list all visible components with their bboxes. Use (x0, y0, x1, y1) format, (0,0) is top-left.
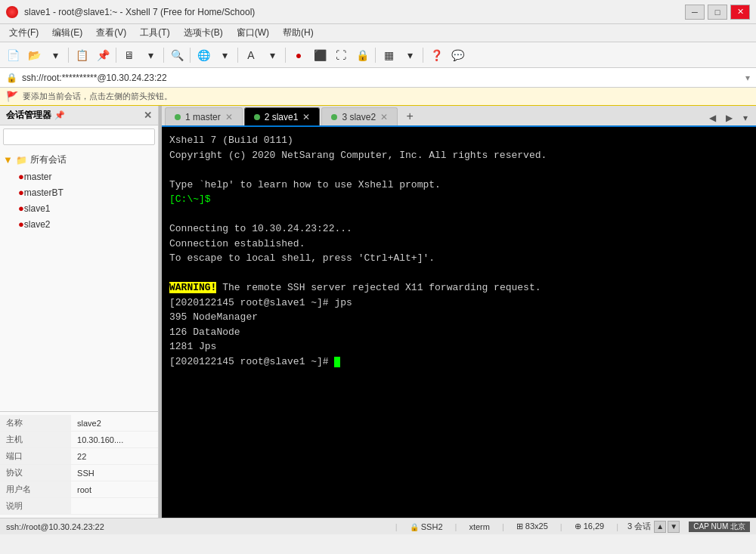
tab-2[interactable]: 2 slave1 ✕ (244, 107, 321, 125)
terminal-line: Connecting to 10.30.24.23:22... (169, 221, 748, 237)
ssh2-icon: 🔒 (410, 523, 419, 531)
toolbar-search[interactable]: 🔍 (167, 45, 187, 65)
minimize-button[interactable]: ─ (685, 5, 705, 20)
status-session-arrows: ▲ ▼ (654, 521, 680, 533)
close-button[interactable]: ✕ (730, 5, 750, 20)
menu-file[interactable]: 文件(F) (3, 25, 45, 41)
status-connection: ssh://root@10.30.24.23:22 (6, 522, 386, 531)
toolbar-xagent[interactable]: ● (289, 45, 308, 65)
session-label-master: master (24, 172, 52, 182)
session-panel-title: 会话管理器 (6, 109, 51, 122)
menu-view[interactable]: 查看(V) (90, 25, 132, 41)
tree-root[interactable]: ▼ 📁 所有会话 (0, 151, 158, 169)
status-sessions-text: 3 会话 (627, 521, 651, 532)
folder-expand-icon: ▼ (3, 154, 13, 166)
toolbar-sep5 (237, 48, 238, 63)
terminal-line (169, 207, 748, 222)
position-icon: ⊕ (575, 522, 581, 531)
status-protocol-text: SSH2 (421, 522, 443, 531)
titlebar: slave1 - root@slave1:~ - Xshell 7 (Free … (0, 0, 756, 24)
panel-close-button[interactable]: ✕ (144, 110, 152, 121)
tab-3-close[interactable]: ✕ (380, 112, 388, 122)
session-item-masterbt[interactable]: ● masterBT (12, 184, 158, 200)
toolbar-copy[interactable]: 📋 (72, 45, 91, 65)
address-dropdown[interactable]: ▾ (745, 73, 750, 83)
toolbar-open[interactable]: 📂 (24, 45, 44, 65)
session-item-slave2[interactable]: ● slave2 (12, 216, 158, 232)
terminal[interactable]: Xshell 7 (Build 0111)Copyright (c) 2020 … (162, 127, 756, 518)
toolbar-xftp[interactable]: ⬛ (310, 45, 330, 65)
toolbar-lock[interactable]: 🔒 (352, 45, 372, 65)
main-area: 会话管理器 📌 ✕ ▼ 📁 所有会话 ● master ● masterBT (0, 106, 756, 518)
session-search-input[interactable] (3, 128, 155, 145)
toolbar-props-arrow[interactable]: ▾ (141, 45, 160, 65)
terminal-line: To escape to local shell, press 'Ctrl+Al… (169, 251, 748, 266)
tab-2-label: 2 slave1 (265, 112, 299, 122)
address-text[interactable]: ssh://root:**********@10.30.24.23:22 (22, 73, 741, 83)
props-row: 说明 (0, 498, 158, 515)
add-tab-button[interactable]: + (401, 107, 419, 125)
props-label: 协议 (0, 465, 71, 481)
toolbar-help[interactable]: ❓ (426, 45, 446, 65)
tab-prev-button[interactable]: ◀ (705, 110, 720, 125)
menu-window[interactable]: 窗口(W) (231, 25, 275, 41)
status-arrow-down[interactable]: ▼ (668, 521, 680, 533)
menu-help[interactable]: 帮助(H) (277, 25, 320, 41)
tab-1[interactable]: 1 master ✕ (165, 107, 243, 125)
status-position-text: 16,29 (584, 522, 605, 531)
properties-panel: 名称slave2主机10.30.160....端口22协议SSH用户名root说… (0, 411, 158, 518)
terminal-line: 395 NodeManager (169, 310, 748, 325)
toolbar-new[interactable]: 📄 (3, 45, 23, 65)
maximize-button[interactable]: □ (708, 5, 727, 20)
session-item-slave1[interactable]: ● slave1 (12, 200, 158, 216)
props-value (71, 498, 158, 515)
toolbar-sep3 (163, 48, 164, 63)
dimensions-icon: ⊞ (516, 522, 523, 531)
pin-icon[interactable]: 📌 (54, 110, 65, 120)
session-panel-header: 会话管理器 📌 ✕ (0, 106, 158, 125)
addressbar: 🔒 ssh://root:**********@10.30.24.23:22 ▾ (0, 68, 756, 88)
tab-1-close[interactable]: ✕ (225, 112, 233, 122)
status-protocol: 🔒 SSH2 (407, 522, 446, 531)
props-value: root (71, 481, 158, 498)
toolbar-color[interactable]: 🌐 (194, 45, 213, 65)
status-encoding: xterm (466, 522, 493, 531)
toolbar-props[interactable]: 🖥 (119, 45, 139, 65)
props-value: 10.30.160.... (71, 432, 158, 448)
toolbar-chat[interactable]: 💬 (448, 45, 467, 65)
tab-3-dot (331, 114, 337, 120)
toolbar-fullscreen[interactable]: ⛶ (331, 45, 351, 65)
tab-1-dot (175, 114, 181, 120)
menu-edit[interactable]: 编辑(E) (46, 25, 88, 41)
tab-menu-button[interactable]: ▾ (738, 110, 753, 125)
toolbar-color-arrow[interactable]: ▾ (215, 45, 234, 65)
status-sessions: 3 会话 ▲ ▼ (627, 521, 680, 533)
terminal-line: Connection established. (169, 237, 748, 252)
session-item-master[interactable]: ● master (12, 169, 158, 184)
props-label: 用户名 (0, 481, 71, 498)
tab-next-button[interactable]: ▶ (721, 110, 736, 125)
terminal-line: Type `help' to learn how to use Xshell p… (169, 178, 748, 193)
toolbar-open-arrow[interactable]: ▾ (45, 45, 65, 65)
status-dimensions: ⊞ 83x25 (513, 522, 551, 531)
toolbar-terminal[interactable]: ▦ (379, 45, 398, 65)
props-row: 名称slave2 (0, 415, 158, 432)
status-arrow-up[interactable]: ▲ (654, 521, 666, 533)
props-row: 用户名root (0, 481, 158, 498)
menubar: 文件(F) 编辑(E) 查看(V) 工具(T) 选项卡(B) 窗口(W) 帮助(… (0, 24, 756, 42)
menu-tools[interactable]: 工具(T) (134, 25, 175, 41)
toolbar-font[interactable]: A (241, 45, 261, 65)
props-value: slave2 (71, 415, 158, 432)
tab-2-close[interactable]: ✕ (302, 112, 310, 122)
lock-icon: 🔒 (6, 73, 17, 83)
session-icon-masterbt: ● (18, 187, 24, 198)
toolbar-font-arrow[interactable]: ▾ (262, 45, 282, 65)
tipbar: 🚩 要添加当前会话，点击左侧的箭头按钮。 (0, 88, 756, 106)
tab-3[interactable]: 3 slave2 ✕ (321, 107, 398, 125)
toolbar-paste[interactable]: 📌 (93, 45, 113, 65)
menu-tabs[interactable]: 选项卡(B) (178, 25, 229, 41)
tab-1-label: 1 master (185, 112, 221, 122)
session-tree: ▼ 📁 所有会话 ● master ● masterBT ● slave1 (0, 148, 158, 411)
toolbar-terminal-arrow[interactable]: ▾ (400, 45, 420, 65)
props-label: 说明 (0, 498, 71, 515)
